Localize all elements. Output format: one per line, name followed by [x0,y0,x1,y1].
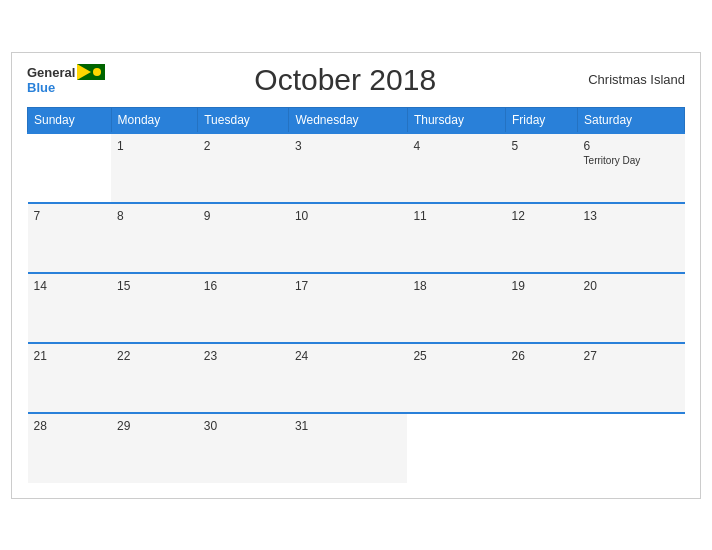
calendar-cell: 7 [28,203,112,273]
header-tuesday: Tuesday [198,107,289,133]
day-number: 19 [511,279,571,293]
day-number: 9 [204,209,283,223]
month-title: October 2018 [105,63,585,97]
calendar-cell: 20 [578,273,685,343]
calendar-cell: 16 [198,273,289,343]
calendar-cell: 25 [407,343,505,413]
calendar-cell: 9 [198,203,289,273]
day-number: 22 [117,349,192,363]
calendar-cell: 12 [505,203,577,273]
day-number: 20 [584,279,679,293]
day-number: 7 [34,209,106,223]
calendar-cell [505,413,577,483]
calendar-cell [407,413,505,483]
day-number: 6 [584,139,679,153]
calendar-cell: 29 [111,413,198,483]
calendar-cell: 30 [198,413,289,483]
calendar-week-row: 28293031 [28,413,685,483]
day-number: 24 [295,349,402,363]
header-thursday: Thursday [407,107,505,133]
day-number: 28 [34,419,106,433]
calendar-cell: 14 [28,273,112,343]
calendar-week-row: 78910111213 [28,203,685,273]
calendar-week-row: 123456Territory Day [28,133,685,203]
calendar-cell: 26 [505,343,577,413]
day-number: 13 [584,209,679,223]
calendar-cell: 1 [111,133,198,203]
day-number: 2 [204,139,283,153]
calendar-cell: 13 [578,203,685,273]
day-number: 1 [117,139,192,153]
calendar-cell: 24 [289,343,408,413]
logo: General Blue [27,64,105,95]
holiday-label: Territory Day [584,155,679,166]
calendar-cell [578,413,685,483]
day-number: 17 [295,279,402,293]
day-number: 12 [511,209,571,223]
day-number: 21 [34,349,106,363]
header-wednesday: Wednesday [289,107,408,133]
calendar-week-row: 21222324252627 [28,343,685,413]
calendar-cell: 15 [111,273,198,343]
calendar-week-row: 14151617181920 [28,273,685,343]
calendar-cell: 10 [289,203,408,273]
header-monday: Monday [111,107,198,133]
day-number: 5 [511,139,571,153]
calendar-cell: 28 [28,413,112,483]
day-number: 23 [204,349,283,363]
day-number: 26 [511,349,571,363]
calendar-cell: 8 [111,203,198,273]
day-number: 30 [204,419,283,433]
location-label: Christmas Island [585,72,685,87]
calendar-cell: 21 [28,343,112,413]
calendar-cell: 17 [289,273,408,343]
header-sunday: Sunday [28,107,112,133]
day-number: 8 [117,209,192,223]
day-number: 29 [117,419,192,433]
calendar-cell: 18 [407,273,505,343]
day-number: 14 [34,279,106,293]
svg-point-2 [93,68,101,76]
calendar-cell: 22 [111,343,198,413]
day-number: 16 [204,279,283,293]
logo-general-text: General [27,65,75,80]
calendar-cell: 19 [505,273,577,343]
day-number: 18 [413,279,499,293]
day-number: 27 [584,349,679,363]
day-number: 15 [117,279,192,293]
calendar-cell: 4 [407,133,505,203]
header-friday: Friday [505,107,577,133]
day-number: 10 [295,209,402,223]
logo-blue-text: Blue [27,80,55,95]
calendar-grid: Sunday Monday Tuesday Wednesday Thursday… [27,107,685,483]
calendar-cell: 5 [505,133,577,203]
calendar-header: General Blue October 2018 Christmas Isla… [27,63,685,97]
calendar-cell: 27 [578,343,685,413]
calendar-cell: 31 [289,413,408,483]
header-saturday: Saturday [578,107,685,133]
calendar-cell: 2 [198,133,289,203]
day-number: 31 [295,419,402,433]
calendar-cell: 11 [407,203,505,273]
calendar-cell: 3 [289,133,408,203]
calendar-container: General Blue October 2018 Christmas Isla… [11,52,701,499]
day-header-row: Sunday Monday Tuesday Wednesday Thursday… [28,107,685,133]
day-number: 11 [413,209,499,223]
logo-flag-icon [77,64,105,80]
day-number: 4 [413,139,499,153]
calendar-cell: 6Territory Day [578,133,685,203]
day-number: 25 [413,349,499,363]
calendar-cell [28,133,112,203]
calendar-cell: 23 [198,343,289,413]
day-number: 3 [295,139,402,153]
